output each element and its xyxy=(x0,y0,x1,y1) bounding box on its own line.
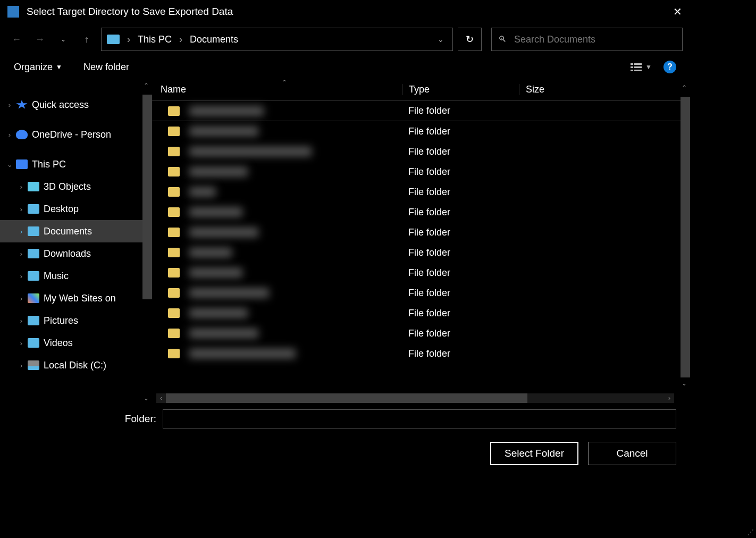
file-name-redacted xyxy=(189,207,242,217)
column-header-size[interactable]: Size xyxy=(519,84,690,95)
scroll-down-icon[interactable]: ⌄ xyxy=(144,394,149,402)
file-name-redacted xyxy=(189,308,248,318)
app-icon xyxy=(7,6,19,18)
chevron-icon[interactable]: › xyxy=(5,131,14,139)
svg-rect-4 xyxy=(631,70,633,71)
folder-label: Folder: xyxy=(14,413,156,425)
tree-item-label: OneDrive - Person xyxy=(32,129,111,140)
folder-name-row: Folder: xyxy=(0,403,690,435)
breadcrumb-history-dropdown[interactable]: ⌄ xyxy=(432,35,449,44)
up-button[interactable]: ↑ xyxy=(78,30,96,48)
scroll-right-icon[interactable]: › xyxy=(665,394,674,402)
folder-blue-icon xyxy=(28,204,39,214)
search-box[interactable]: 🔍︎ xyxy=(491,28,683,51)
folder-icon xyxy=(168,248,180,257)
new-folder-button[interactable]: New folder xyxy=(83,62,129,73)
scroll-up-icon[interactable]: ⌃ xyxy=(682,84,687,91)
recent-locations-dropdown[interactable]: ⌄ xyxy=(54,30,72,48)
file-name-redacted xyxy=(189,228,258,237)
file-list: ⌃ Name Type Size File folderFile folderF… xyxy=(152,79,690,403)
tree-item-this-pc[interactable]: ⌄This PC xyxy=(0,153,152,175)
view-options[interactable]: ▼ xyxy=(631,62,652,72)
chevron-icon[interactable]: › xyxy=(17,362,26,369)
tree-item-documents[interactable]: ›Documents xyxy=(0,220,152,242)
column-header-type[interactable]: Type xyxy=(402,84,519,95)
scrollbar-thumb[interactable] xyxy=(166,393,527,403)
close-button[interactable]: ✕ xyxy=(665,0,690,23)
list-row[interactable]: File folder xyxy=(152,303,690,323)
tree-item-label: Local Disk (C:) xyxy=(44,360,106,371)
search-icon: 🔍︎ xyxy=(498,35,507,44)
svg-rect-1 xyxy=(634,63,642,65)
list-row[interactable]: File folder xyxy=(152,263,690,283)
file-name-redacted xyxy=(189,147,312,156)
list-row[interactable]: File folder xyxy=(152,162,690,182)
chevron-icon[interactable]: › xyxy=(17,228,26,236)
folder-icon xyxy=(168,228,180,237)
folder-input[interactable] xyxy=(163,409,676,428)
help-button[interactable]: ? xyxy=(663,61,676,73)
tree-item-music[interactable]: ›Music xyxy=(0,265,152,287)
tree-item-pictures[interactable]: ›Pictures xyxy=(0,309,152,332)
file-name-redacted xyxy=(189,187,216,197)
tree-item-downloads[interactable]: ›Downloads xyxy=(0,242,152,265)
forward-button[interactable]: → xyxy=(31,30,49,48)
list-view-icon xyxy=(631,62,642,72)
scroll-left-icon[interactable]: ‹ xyxy=(156,394,166,402)
cancel-button[interactable]: Cancel xyxy=(588,442,676,465)
horizontal-scrollbar[interactable]: ‹ › xyxy=(156,393,674,403)
tree-scrollbar[interactable] xyxy=(142,95,152,299)
list-row[interactable]: File folder xyxy=(152,141,690,162)
back-button[interactable]: ← xyxy=(7,30,26,48)
list-row[interactable]: File folder xyxy=(152,182,690,202)
file-name-redacted xyxy=(189,268,242,278)
tree-item-onedrive-person[interactable]: ›OneDrive - Person xyxy=(0,123,152,146)
refresh-button[interactable]: ↻ xyxy=(458,28,482,51)
folder-icon xyxy=(168,207,180,217)
chevron-icon[interactable]: ⌄ xyxy=(5,161,14,169)
tree-item-local-disk-c-[interactable]: ›Local Disk (C:) xyxy=(0,354,152,376)
tree-item-my-web-sites-on[interactable]: ›My Web Sites on xyxy=(0,287,152,309)
list-row[interactable]: File folder xyxy=(152,222,690,242)
list-row[interactable]: File folder xyxy=(152,121,690,141)
organize-menu[interactable]: Organize ▼ xyxy=(14,62,62,73)
chevron-right-icon: › xyxy=(125,34,132,45)
scroll-down-icon[interactable]: ⌄ xyxy=(682,380,687,387)
list-row[interactable]: File folder xyxy=(152,202,690,222)
tree-item-quick-access[interactable]: ›Quick access xyxy=(0,94,152,116)
file-type: File folder xyxy=(402,187,519,198)
chevron-icon[interactable]: › xyxy=(17,183,26,191)
folder-icon xyxy=(168,329,180,338)
breadcrumb[interactable]: › This PC › Documents ⌄ xyxy=(101,28,453,51)
list-row[interactable]: File folder xyxy=(152,242,690,263)
cloud-icon xyxy=(16,130,28,139)
breadcrumb-segment[interactable]: This PC xyxy=(136,34,174,45)
list-row[interactable]: File folder xyxy=(152,101,690,121)
list-row[interactable]: File folder xyxy=(152,343,690,364)
file-type: File folder xyxy=(402,267,519,279)
chevron-icon[interactable]: › xyxy=(17,295,26,302)
tree-item-videos[interactable]: ›Videos xyxy=(0,332,152,354)
chevron-icon[interactable]: › xyxy=(5,101,14,109)
chevron-icon[interactable]: › xyxy=(17,339,26,347)
file-type: File folder xyxy=(402,247,519,258)
multi-icon xyxy=(28,293,39,303)
select-folder-button[interactable]: Select Folder xyxy=(490,442,578,465)
chevron-icon[interactable]: › xyxy=(17,317,26,325)
column-header-name[interactable]: Name xyxy=(152,84,402,95)
file-type: File folder xyxy=(402,288,519,299)
breadcrumb-segment[interactable]: Documents xyxy=(188,34,240,45)
scroll-up-icon[interactable]: ⌃ xyxy=(144,82,149,89)
list-row[interactable]: File folder xyxy=(152,283,690,303)
search-input[interactable] xyxy=(514,34,676,45)
list-row[interactable]: File folder xyxy=(152,323,690,343)
chevron-icon[interactable]: › xyxy=(17,205,26,213)
chevron-icon[interactable]: › xyxy=(17,250,26,258)
chevron-icon[interactable]: › xyxy=(17,272,26,280)
star-icon xyxy=(16,100,28,110)
tree-item-3d-objects[interactable]: ›3D Objects xyxy=(0,175,152,198)
file-type: File folder xyxy=(402,146,519,157)
tree-item-desktop[interactable]: ›Desktop xyxy=(0,198,152,220)
pc-icon xyxy=(16,159,28,169)
list-scrollbar[interactable] xyxy=(681,97,690,377)
